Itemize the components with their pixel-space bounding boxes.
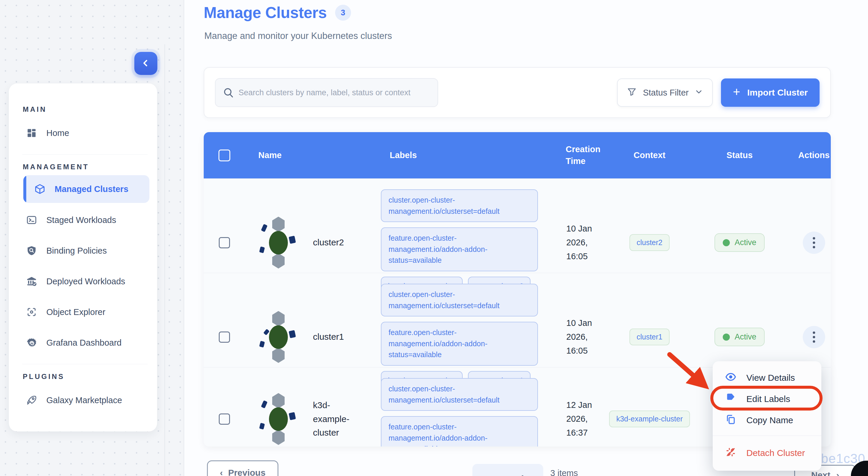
status-badge: Active (714, 328, 765, 346)
status-dot-icon (723, 334, 730, 341)
cluster-name: cluster2 (313, 236, 344, 249)
menu-item-view-details[interactable]: View Details (713, 367, 822, 388)
sidebar-item-home[interactable]: Home (22, 118, 149, 148)
plus-icon: + (733, 86, 740, 98)
page-title: Manage Clusters (204, 4, 327, 22)
import-cluster-button[interactable]: + Import Cluster (721, 78, 819, 107)
status-dot-icon (723, 239, 730, 246)
cluster-logo (254, 393, 304, 445)
cluster-count-badge: 3 (335, 5, 351, 21)
cluster-name: cluster1 (313, 330, 344, 344)
row-actions-menu-button[interactable] (803, 326, 825, 348)
sidebar-item-object-explorer[interactable]: Object Explorer (22, 297, 149, 327)
menu-item-edit-labels[interactable]: Edit Labels (713, 388, 822, 410)
sidebar-item-managed-clusters[interactable]: Managed Clusters (23, 175, 149, 203)
menu-item-copy-name[interactable]: Copy Name (713, 410, 822, 431)
sidebar-item-binding-policies[interactable]: Binding Policies (22, 235, 149, 266)
row-checkbox[interactable] (219, 413, 230, 425)
column-header-labels: Labels (381, 150, 555, 160)
table-row: cluster1 cluster.open-cluster-management… (204, 273, 831, 367)
table-row: cluster2 cluster.open-cluster-management… (204, 178, 831, 273)
search-input[interactable] (215, 78, 438, 107)
sidebar-item-label: Deployed Workloads (46, 277, 125, 286)
select-all-checkbox[interactable] (218, 149, 230, 161)
sidebar-item-label: Galaxy Marketplace (46, 396, 122, 405)
row-checkbox[interactable] (219, 237, 230, 248)
shield-search-icon (26, 245, 37, 256)
page-subtitle: Manage and monitor your Kubernetes clust… (204, 31, 392, 41)
status-filter-button[interactable]: Status Filter (617, 78, 713, 107)
search-icon (223, 87, 235, 100)
cluster-logo (254, 311, 304, 363)
sidebar-column: MAIN Home MANAGEMENT Managed Clusters St… (0, 0, 184, 476)
cluster-logo (254, 217, 304, 269)
column-header-creation-time: Creation Time (566, 144, 607, 167)
tag-icon (725, 393, 736, 406)
import-cluster-label: Import Cluster (747, 88, 808, 98)
context-chip: k3d-example-cluster (609, 411, 690, 427)
context-chip: cluster1 (629, 329, 670, 345)
sidebar: MAIN Home MANAGEMENT Managed Clusters St… (9, 83, 157, 432)
chevron-left-icon: ‹ (220, 468, 223, 476)
grafana-icon (26, 337, 37, 348)
terminal-icon (26, 215, 37, 225)
label-chip: cluster.open-cluster-management.io/clust… (381, 284, 538, 316)
sidebar-item-deployed-workloads[interactable]: Deployed Workloads (22, 266, 149, 297)
divider (22, 364, 148, 364)
creation-time: 10 Jan 2026, 16:05 (566, 316, 598, 358)
sidebar-item-label: Object Explorer (46, 307, 105, 317)
label-chip: cluster.open-cluster-management.io/clust… (381, 189, 538, 222)
label-chip: feature.open-cluster-management.io/addon… (381, 227, 538, 271)
cluster-name: k3d-example-cluster (313, 399, 363, 440)
sidebar-item-label: Home (46, 128, 69, 138)
items-count: 3 items (550, 468, 578, 476)
label-chip: feature.open-cluster-management.io/addon… (381, 416, 538, 446)
page-header: Manage Clusters 3 (204, 4, 351, 22)
column-header-actions: Actions (797, 150, 831, 160)
row-actions-context-menu: View Details Edit Labels Copy Name Detac… (713, 361, 822, 471)
status-filter-label: Status Filter (643, 88, 689, 98)
sidebar-section-main: MAIN (23, 105, 149, 113)
menu-divider (713, 436, 822, 436)
search-field-wrap (215, 78, 438, 107)
current-page-number: 1 (508, 474, 513, 476)
column-header-name: Name (245, 150, 381, 160)
sidebar-item-galaxy-marketplace[interactable]: Galaxy Marketplace (22, 385, 149, 415)
eye-icon (725, 371, 736, 384)
label-chip: cluster.open-cluster-management.io/clust… (381, 378, 538, 411)
page-indicator: Page 1 of 1 (472, 464, 543, 476)
active-accent-bar (23, 175, 26, 203)
previous-page-button[interactable]: ‹ Previous (207, 461, 278, 476)
row-actions-menu-button[interactable] (803, 232, 825, 254)
creation-time: 12 Jan 2026, 16:37 (566, 398, 598, 440)
unlink-icon (725, 446, 736, 460)
chevron-down-icon (695, 88, 703, 98)
status-badge: Active (714, 233, 765, 252)
creation-time: 10 Jan 2026, 16:05 (566, 222, 598, 263)
dashboard-icon (26, 128, 37, 138)
table-header-row: Name Labels Creation Time Context Status… (204, 132, 831, 178)
rocket-icon (26, 395, 37, 406)
chevron-right-icon: › (836, 470, 839, 476)
sidebar-section-plugins: PLUGINS (23, 372, 149, 381)
sidebar-item-label: Managed Clusters (55, 184, 128, 194)
menu-item-detach-cluster[interactable]: Detach Cluster (713, 441, 822, 465)
cube-icon (34, 183, 46, 195)
row-checkbox[interactable] (219, 332, 230, 343)
sidebar-item-label: Binding Policies (46, 246, 107, 256)
copy-icon (725, 414, 736, 427)
sidebar-section-management: MANAGEMENT (23, 163, 149, 171)
sidebar-item-staged-workloads[interactable]: Staged Workloads (22, 205, 149, 235)
column-header-status: Status (682, 150, 797, 160)
divider (22, 154, 148, 155)
sidebar-divider-line (164, 44, 165, 476)
sidebar-item-label: Staged Workloads (46, 215, 116, 225)
cluster-toolbar: Status Filter + Import Cluster (204, 67, 831, 118)
sidebar-item-grafana-dashboard[interactable]: Grafana Dashboard (22, 327, 149, 358)
main-content: Manage Clusters 3 Manage and monitor you… (184, 0, 868, 476)
filter-funnel-icon (627, 87, 637, 99)
label-chip: feature.open-cluster-management.io/addon… (381, 322, 538, 366)
context-chip: cluster2 (629, 234, 670, 251)
sidebar-collapse-button[interactable] (134, 52, 157, 75)
scan-icon (26, 307, 37, 317)
